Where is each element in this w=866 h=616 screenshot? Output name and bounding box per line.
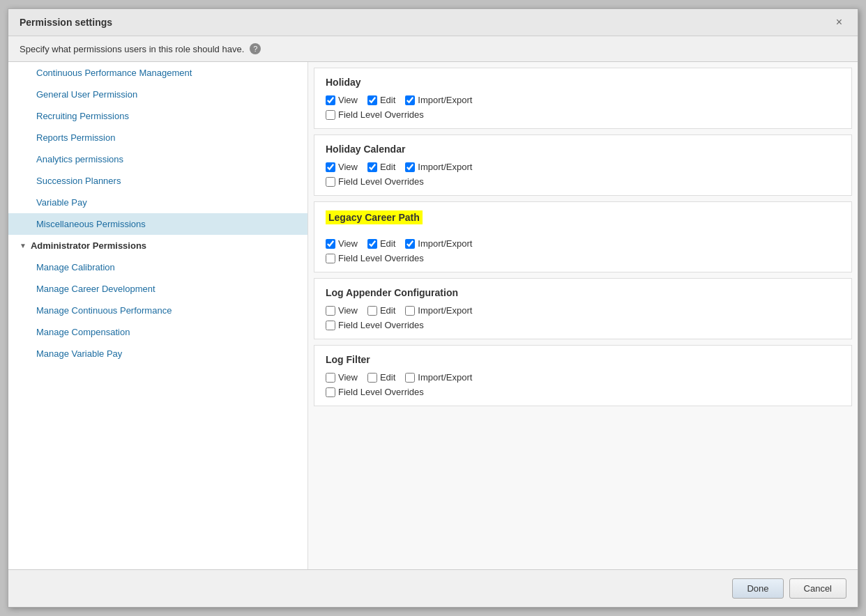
- sidebar-item-manage-calibration[interactable]: Manage Calibration: [8, 256, 307, 278]
- checkbox-log-appender-view[interactable]: [326, 306, 335, 316]
- sidebar-item-continuous-performance[interactable]: Continuous Performance Management: [8, 62, 307, 84]
- permission-title-log-filter: Log Filter: [326, 354, 840, 365]
- checkbox-label-legacy-career-path-edit[interactable]: Edit: [367, 238, 395, 249]
- checkbox-row-holiday-calendar: ViewEditImport/Export: [326, 162, 840, 172]
- checkbox-row-log-filter: ViewEditImport/Export: [326, 372, 840, 383]
- checkbox-holiday-calendar-field-level[interactable]: [326, 177, 335, 187]
- permission-title-legacy-career-path: Legacy Career Path: [326, 210, 840, 231]
- checkbox-legacy-career-path-field-level[interactable]: [326, 254, 335, 263]
- checkbox-label-holiday-calendar-view[interactable]: View: [326, 162, 358, 172]
- permission-section-legacy-career-path: Legacy Career PathViewEditImport/ExportF…: [314, 201, 852, 272]
- dialog-body: Specify what permissions users in this r…: [8, 36, 858, 569]
- checkbox-holiday-calendar-import_export[interactable]: [405, 162, 415, 172]
- permissions-list: HolidayViewEditImport/ExportField Level …: [308, 68, 858, 406]
- field-level-label-log-appender[interactable]: Field Level Overrides: [326, 320, 424, 330]
- left-navigation-panel: Continuous Performance ManagementGeneral…: [8, 62, 308, 569]
- field-level-row-holiday-calendar: Field Level Overrides: [326, 176, 840, 187]
- checkbox-log-appender-import_export[interactable]: [405, 306, 415, 316]
- sidebar-item-analytics[interactable]: Analytics permissions: [8, 148, 307, 170]
- checkbox-row-log-appender: ViewEditImport/Export: [326, 305, 840, 316]
- checkbox-log-appender-field-level[interactable]: [326, 321, 335, 330]
- permission-section-log-filter: Log FilterViewEditImport/ExportField Lev…: [314, 345, 852, 406]
- sidebar-item-manage-variable[interactable]: Manage Variable Pay: [8, 343, 307, 364]
- sidebar-item-succession[interactable]: Succession Planners: [8, 170, 307, 192]
- arrow-icon: ▼: [20, 242, 26, 249]
- sidebar-item-miscellaneous[interactable]: Miscellaneous Permissions: [8, 213, 307, 235]
- permission-title-holiday-calendar: Holiday Calendar: [326, 144, 840, 155]
- nav-items-list: Continuous Performance ManagementGeneral…: [8, 62, 307, 364]
- checkbox-holiday-calendar-view[interactable]: [326, 162, 335, 172]
- right-permissions-panel: HolidayViewEditImport/ExportField Level …: [308, 62, 858, 569]
- checkbox-label-log-appender-view[interactable]: View: [326, 305, 358, 316]
- checkbox-holiday-import_export[interactable]: [405, 95, 415, 105]
- field-level-row-holiday: Field Level Overrides: [326, 109, 840, 120]
- field-level-row-log-appender: Field Level Overrides: [326, 320, 840, 330]
- checkbox-label-holiday-import_export[interactable]: Import/Export: [405, 95, 472, 105]
- close-button[interactable]: ×: [832, 15, 846, 30]
- checkbox-label-log-filter-import_export[interactable]: Import/Export: [405, 372, 472, 383]
- permission-section-holiday-calendar: Holiday CalendarViewEditImport/ExportFie…: [314, 134, 852, 196]
- permission-section-holiday: HolidayViewEditImport/ExportField Level …: [314, 68, 852, 129]
- field-level-label-log-filter[interactable]: Field Level Overrides: [326, 387, 424, 397]
- checkbox-label-holiday-view[interactable]: View: [326, 95, 358, 105]
- description-text: Specify what permissions users in this r…: [20, 44, 244, 54]
- checkbox-label-legacy-career-path-view[interactable]: View: [326, 238, 358, 249]
- permission-settings-dialog: Permission settings × Specify what permi…: [8, 8, 858, 608]
- sidebar-item-manage-compensation[interactable]: Manage Compensation: [8, 321, 307, 343]
- checkbox-label-legacy-career-path-import_export[interactable]: Import/Export: [405, 238, 472, 249]
- highlighted-title-legacy-career-path: Legacy Career Path: [326, 210, 423, 224]
- field-level-row-legacy-career-path: Field Level Overrides: [326, 253, 840, 263]
- sidebar-item-reports[interactable]: Reports Permission: [8, 127, 307, 148]
- checkbox-log-filter-edit[interactable]: [367, 373, 377, 383]
- checkbox-label-log-appender-import_export[interactable]: Import/Export: [405, 305, 472, 316]
- checkbox-log-filter-field-level[interactable]: [326, 387, 335, 397]
- sidebar-item-manage-continuous[interactable]: Manage Continuous Performance: [8, 300, 307, 321]
- checkbox-row-holiday: ViewEditImport/Export: [326, 95, 840, 105]
- checkbox-legacy-career-path-import_export[interactable]: [405, 239, 415, 249]
- checkbox-holiday-calendar-edit[interactable]: [367, 162, 377, 172]
- checkbox-label-log-appender-edit[interactable]: Edit: [367, 305, 395, 316]
- field-level-row-log-filter: Field Level Overrides: [326, 387, 840, 397]
- checkbox-label-holiday-edit[interactable]: Edit: [367, 95, 395, 105]
- sidebar-item-recruiting[interactable]: Recruiting Permissions: [8, 105, 307, 127]
- checkbox-label-log-filter-view[interactable]: View: [326, 372, 358, 383]
- dialog-title: Permission settings: [20, 17, 112, 28]
- permission-title-holiday: Holiday: [326, 77, 840, 88]
- checkbox-log-filter-import_export[interactable]: [405, 373, 415, 383]
- cancel-button[interactable]: Cancel: [789, 578, 846, 599]
- field-level-label-holiday[interactable]: Field Level Overrides: [326, 109, 424, 120]
- sidebar-item-general-user[interactable]: General User Permission: [8, 84, 307, 105]
- title-bar: Permission settings ×: [8, 9, 858, 36]
- checkbox-holiday-edit[interactable]: [367, 95, 377, 105]
- field-level-label-legacy-career-path[interactable]: Field Level Overrides: [326, 253, 424, 263]
- description-bar: Specify what permissions users in this r…: [8, 36, 858, 61]
- checkbox-label-holiday-calendar-import_export[interactable]: Import/Export: [405, 162, 472, 172]
- dialog-footer: Done Cancel: [8, 569, 858, 607]
- checkbox-log-filter-view[interactable]: [326, 373, 335, 383]
- help-icon[interactable]: ?: [250, 43, 261, 54]
- permission-section-log-appender: Log Appender ConfigurationViewEditImport…: [314, 278, 852, 339]
- checkbox-holiday-view[interactable]: [326, 95, 335, 105]
- field-level-label-holiday-calendar[interactable]: Field Level Overrides: [326, 176, 424, 187]
- permission-title-log-appender: Log Appender Configuration: [326, 287, 840, 298]
- content-area: Continuous Performance ManagementGeneral…: [8, 61, 858, 569]
- sidebar-item-manage-career[interactable]: Manage Career Development: [8, 278, 307, 300]
- checkbox-legacy-career-path-edit[interactable]: [367, 239, 377, 249]
- done-button[interactable]: Done: [732, 578, 783, 599]
- checkbox-legacy-career-path-view[interactable]: [326, 239, 335, 249]
- checkbox-holiday-field-level[interactable]: [326, 110, 335, 120]
- checkbox-log-appender-edit[interactable]: [367, 306, 377, 316]
- checkbox-row-legacy-career-path: ViewEditImport/Export: [326, 238, 840, 249]
- checkbox-label-log-filter-edit[interactable]: Edit: [367, 372, 395, 383]
- admin-permissions-section-header[interactable]: ▼Administrator Permissions: [8, 235, 307, 256]
- sidebar-item-variable-pay[interactable]: Variable Pay: [8, 192, 307, 213]
- checkbox-label-holiday-calendar-edit[interactable]: Edit: [367, 162, 395, 172]
